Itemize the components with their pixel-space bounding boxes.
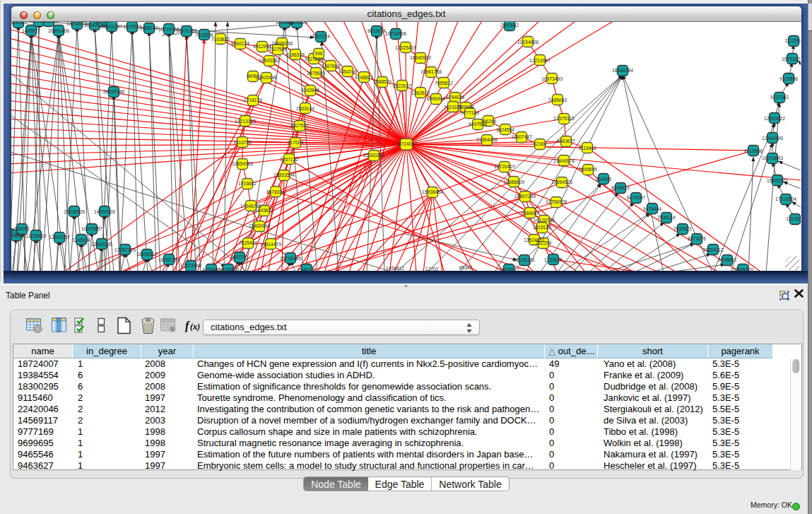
svg-text:9227342: 9227342: [770, 95, 789, 100]
svg-text:10975857: 10975857: [81, 226, 102, 231]
svg-text:9657791: 9657791: [230, 255, 249, 259]
svg-text:16120746: 16120746: [534, 218, 555, 223]
svg-text:2803144: 2803144: [296, 106, 314, 111]
svg-text:10154808: 10154808: [517, 40, 539, 45]
svg-text:20555120: 20555120: [732, 267, 753, 271]
svg-text:2087682: 2087682: [500, 23, 519, 28]
svg-text:14359926: 14359926: [94, 209, 115, 214]
svg-text:20206526: 20206526: [64, 209, 85, 214]
svg-text:9115460: 9115460: [578, 146, 596, 151]
svg-text:6061658: 6061658: [40, 22, 58, 23]
svg-text:14914479: 14914479: [260, 242, 281, 247]
svg-text:8938923: 8938923: [611, 185, 630, 190]
svg-text:16782759: 16782759: [158, 257, 180, 262]
svg-text:10543382: 10543382: [259, 58, 280, 63]
svg-text:8427552: 8427552: [290, 123, 309, 128]
svg-text:11156819: 11156819: [26, 233, 47, 238]
svg-text:9474444: 9474444: [643, 206, 661, 211]
svg-text:18807249: 18807249: [514, 194, 536, 199]
svg-text:391549: 391549: [11, 233, 24, 238]
svg-text:18026717: 18026717: [498, 267, 519, 271]
svg-text:2946120: 2946120: [298, 267, 316, 271]
svg-text:12923448: 12923448: [180, 263, 201, 268]
svg-text:0699695: 0699695: [579, 167, 597, 172]
svg-text:746266: 746266: [481, 119, 497, 124]
svg-text:15720407: 15720407: [494, 164, 515, 169]
svg-text:12942757: 12942757: [49, 235, 70, 240]
svg-text:7955812: 7955812: [435, 81, 453, 86]
svg-text:1733426: 1733426: [544, 257, 563, 262]
svg-text:15751074: 15751074: [782, 57, 801, 62]
svg-text:8471676: 8471676: [688, 236, 706, 241]
svg-text:10654983: 10654983: [232, 161, 253, 166]
svg-text:12975115: 12975115: [553, 116, 575, 121]
svg-text:25300203: 25300203: [363, 153, 384, 158]
svg-text:8215958: 8215958: [744, 148, 763, 153]
svg-text:3624554: 3624554: [496, 127, 514, 132]
svg-text:12905135: 12905135: [91, 242, 112, 247]
svg-text:2620223: 2620223: [93, 22, 112, 23]
svg-text:8454749: 8454749: [339, 69, 357, 74]
svg-text:9329996: 9329996: [779, 76, 798, 81]
svg-text:16958117: 16958117: [136, 252, 158, 257]
svg-text:1493822: 1493822: [255, 208, 273, 213]
svg-text:10973493: 10973493: [541, 76, 563, 81]
svg-text:9242848: 9242848: [301, 88, 319, 93]
svg-text:23449578: 23449578: [553, 158, 575, 163]
svg-text:1405572: 1405572: [22, 28, 40, 33]
svg-text:12213967: 12213967: [529, 58, 551, 63]
svg-text:10654112: 10654112: [702, 247, 724, 252]
svg-text:9327509: 9327509: [269, 47, 287, 52]
svg-text:9245652: 9245652: [718, 257, 736, 262]
svg-text:7357224: 7357224: [312, 34, 330, 39]
svg-text:20053346: 20053346: [103, 89, 124, 94]
svg-text:15716485: 15716485: [280, 256, 301, 261]
svg-text:8990444: 8990444: [427, 96, 445, 101]
svg-text:(x): (x): [190, 322, 200, 332]
svg-text:16648784: 16648784: [612, 68, 633, 73]
svg-text:15938454: 15938454: [422, 189, 443, 194]
svg-text:1588520: 1588520: [373, 79, 392, 84]
svg-text:7163822: 7163822: [211, 37, 230, 42]
svg-text:2935114: 2935114: [657, 215, 676, 220]
svg-text:13325419: 13325419: [395, 45, 416, 50]
svg-text:85342: 85342: [459, 265, 473, 270]
svg-text:15692971: 15692971: [767, 178, 788, 183]
svg-text:13270483: 13270483: [218, 267, 239, 271]
svg-text:12093822: 12093822: [764, 116, 785, 121]
svg-text:1527602: 1527602: [123, 24, 141, 29]
svg-text:7625402: 7625402: [239, 240, 257, 245]
svg-text:23226058: 23226058: [271, 41, 293, 46]
svg-text:6794028: 6794028: [446, 95, 464, 100]
svg-text:10688609: 10688609: [503, 180, 524, 185]
svg-text:15136141: 15136141: [514, 257, 535, 262]
svg-text:1458412: 1458412: [386, 266, 404, 271]
svg-text:16640910: 16640910: [410, 55, 431, 60]
svg-text:19654923: 19654923: [551, 180, 572, 185]
svg-text:16671355: 16671355: [176, 28, 197, 33]
svg-text:1167533: 1167533: [786, 216, 801, 221]
svg-text:10756928: 10756928: [546, 199, 567, 204]
svg-text:10961758: 10961758: [420, 69, 442, 74]
svg-text:9084067: 9084067: [521, 211, 539, 216]
svg-text:20691406: 20691406: [48, 28, 69, 33]
svg-text:7485063: 7485063: [548, 98, 567, 103]
svg-text:98961: 98961: [247, 74, 260, 78]
svg-text:1890553: 1890553: [11, 22, 28, 25]
svg-text:16210643: 16210643: [762, 156, 783, 160]
svg-text:10807487: 10807487: [511, 134, 532, 139]
svg-text:345988: 345988: [458, 105, 474, 110]
svg-text:1610755: 1610755: [233, 140, 252, 145]
svg-text:18724007: 18724007: [396, 141, 417, 146]
svg-text:10653287: 10653287: [101, 24, 122, 29]
svg-text:1145194: 1145194: [72, 238, 90, 243]
svg-text:1615132: 1615132: [533, 225, 551, 230]
svg-text:9327508: 9327508: [305, 57, 323, 62]
svg-text:1112904: 1112904: [784, 38, 801, 43]
svg-text:8678334: 8678334: [266, 189, 285, 194]
svg-text:252254: 252254: [536, 240, 552, 245]
svg-text:546: 546: [314, 51, 322, 56]
svg-text:62160: 62160: [534, 141, 547, 146]
svg-text:8186328: 8186328: [286, 52, 305, 57]
svg-text:2718176: 2718176: [244, 98, 262, 103]
